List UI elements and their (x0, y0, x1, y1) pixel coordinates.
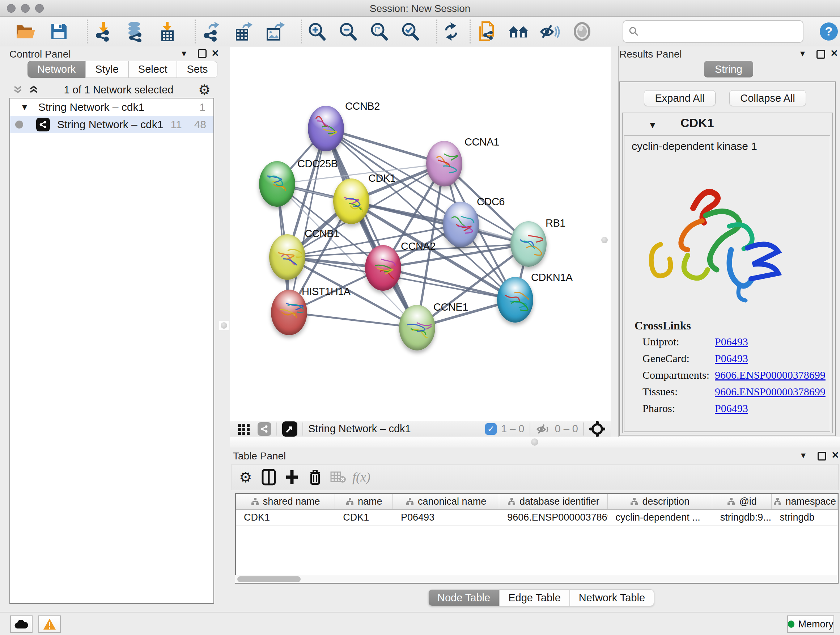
search-field[interactable] (622, 20, 804, 43)
network-node-cdc25b[interactable] (259, 161, 295, 207)
network-node-ccnb2[interactable] (308, 106, 344, 151)
network-edge[interactable] (326, 128, 417, 328)
tab-select[interactable]: Select (128, 61, 177, 78)
tab-node-table[interactable]: Node Table (428, 589, 499, 606)
collapse-panel-icon[interactable]: ▾ (182, 48, 186, 59)
network-node-rb1[interactable] (510, 221, 546, 267)
collapse-panel-icon[interactable]: ▾ (800, 48, 805, 59)
memory-button[interactable]: Memory (787, 616, 834, 633)
network-import-icon[interactable] (93, 21, 114, 42)
warning-button[interactable] (38, 616, 61, 633)
network-canvas[interactable]: CCNB2CCNA1CDC25BCDK1CDC6RB1CCNB1CCNA2CDK… (230, 47, 611, 421)
horizontal-splitter[interactable] (230, 437, 840, 448)
hidden-eye-icon[interactable] (535, 423, 551, 435)
network-node-ccna1[interactable] (426, 141, 462, 187)
table-row[interactable]: CDK1CDK1P064939606.ENSP00000378699cyclin… (236, 510, 838, 526)
network-node-ccnb1[interactable] (269, 234, 305, 280)
network-share-view-icon[interactable] (257, 422, 271, 436)
column-header-database-identifier[interactable]: database identifier (499, 494, 607, 509)
right-splitter[interactable] (611, 46, 619, 437)
tab-network[interactable]: Network (27, 61, 85, 78)
refresh-arrows-icon[interactable] (441, 21, 462, 42)
magnifier-check-icon[interactable] (399, 21, 420, 42)
network-node-cdk1[interactable] (333, 179, 369, 224)
magnifier-plus-icon[interactable] (306, 21, 327, 42)
triangle-down-icon[interactable]: ▼ (648, 119, 657, 131)
gene-details: cyclin-dependent kinase 1 CrossLi (624, 135, 830, 432)
network-collection-row[interactable]: ▼ String Network – cdk1 1 (10, 98, 213, 116)
left-splitter[interactable] (218, 46, 230, 609)
documents-share-icon[interactable] (476, 21, 497, 42)
cloud-button[interactable] (10, 616, 33, 633)
selected-checkbox-icon[interactable]: ✓ (485, 423, 497, 435)
network-node-cdc6[interactable] (443, 202, 479, 247)
table-cell[interactable]: CDK1 (335, 510, 393, 525)
close-panel-icon[interactable]: ✕ (831, 450, 839, 461)
chevron-double-down-icon[interactable] (12, 84, 23, 95)
left-splitter-grip[interactable] (221, 322, 227, 329)
table-cell[interactable]: CDK1 (236, 510, 335, 525)
column-header-namespace[interactable]: namespace (772, 494, 838, 509)
network-edge[interactable] (289, 312, 417, 328)
horizontal-splitter-grip[interactable] (531, 439, 538, 446)
floppy-disk-icon[interactable] (49, 21, 69, 42)
gear-icon[interactable]: ⚙ (198, 82, 210, 98)
expand-all-button[interactable]: Expand All (644, 90, 715, 106)
help-icon[interactable]: ? (818, 21, 839, 42)
table-export-icon[interactable] (232, 21, 253, 42)
network-node-ccne1[interactable] (399, 305, 435, 350)
column-header-shared-name[interactable]: shared name (236, 494, 335, 509)
folder-open-icon[interactable] (15, 21, 36, 42)
table-import-icon[interactable] (156, 21, 177, 42)
right-splitter-grip[interactable] (601, 237, 608, 243)
search-input[interactable] (639, 26, 791, 37)
tab-edge-table[interactable]: Edge Table (499, 589, 570, 606)
chevron-double-up-icon[interactable] (28, 84, 39, 95)
tab-sets[interactable]: Sets (177, 61, 218, 78)
float-panel-icon[interactable] (818, 452, 826, 461)
column-header--id[interactable]: @id (712, 494, 772, 509)
table-cell[interactable]: 9606.ENSP00000378699 (499, 510, 607, 525)
column-header-description[interactable]: description (608, 494, 712, 509)
crosslink-tissues-link[interactable]: 9606.ENSP00000378699 (715, 386, 826, 398)
open-in-window-icon[interactable] (282, 421, 297, 437)
magnifier-minus-icon[interactable] (337, 21, 358, 42)
houses-icon[interactable] (508, 21, 529, 42)
crosslink-genecard-link[interactable]: P06493 (715, 352, 748, 364)
image-export-icon[interactable] (264, 21, 285, 42)
table-cell[interactable]: stringdb (772, 510, 838, 525)
float-panel-icon[interactable] (198, 49, 207, 58)
trash-icon[interactable] (303, 469, 327, 486)
table-cell[interactable]: P06493 (393, 510, 499, 525)
collapse-all-button[interactable]: Collapse All (729, 90, 806, 106)
close-panel-icon[interactable]: ✕ (830, 48, 838, 59)
float-panel-icon[interactable] (816, 50, 825, 59)
crosslink-uniprot-link[interactable]: P06493 (715, 336, 748, 348)
network-export-icon[interactable] (201, 21, 221, 42)
triangle-down-icon[interactable]: ▼ (20, 102, 29, 112)
database-import-icon[interactable] (125, 21, 145, 42)
table-cell[interactable]: cyclin-dependent ... (608, 510, 712, 525)
gear-icon[interactable]: ⚙ (234, 469, 257, 486)
tab-style[interactable]: Style (85, 61, 128, 78)
network-node-ccna2[interactable] (365, 245, 401, 291)
grid-view-icon[interactable] (237, 422, 251, 436)
tab-network-table[interactable]: Network Table (570, 589, 654, 606)
column-header-canonical-name[interactable]: canonical name (393, 494, 499, 509)
table-cell[interactable]: stringdb:9... (712, 510, 772, 525)
table-hscrollbar[interactable] (235, 575, 837, 583)
crosshair-target-icon[interactable] (589, 421, 606, 437)
crosslink-pharos-link[interactable]: P06493 (715, 402, 748, 415)
collapse-panel-icon[interactable]: ▾ (801, 450, 806, 461)
add-column-icon[interactable] (280, 469, 303, 486)
table-hscrollbar-thumb[interactable] (237, 576, 301, 582)
magnifier-fit-icon[interactable] (368, 21, 389, 42)
column-header-name[interactable]: name (335, 494, 393, 509)
columns-icon[interactable] (257, 469, 280, 486)
eye-slash-icon[interactable] (540, 21, 561, 42)
network-row[interactable]: String Network – cdk1 11 48 (10, 116, 213, 133)
network-node-cdkn1a[interactable] (497, 277, 533, 323)
tab-string[interactable]: String (704, 61, 753, 78)
network-edge[interactable] (289, 128, 326, 312)
crosslink-compartments-link[interactable]: 9606.ENSP00000378699 (715, 369, 826, 381)
